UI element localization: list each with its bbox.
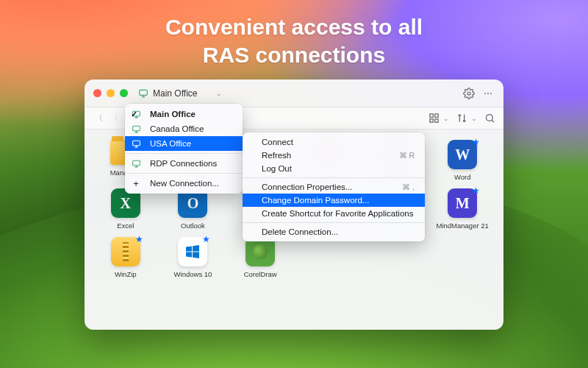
- connection-menu-item[interactable]: ✓Main Office: [125, 107, 243, 121]
- svg-rect-5: [435, 118, 438, 121]
- context-menu-item[interactable]: Connection Properties...⌘ ,: [243, 180, 425, 194]
- app-item[interactable]: M★MindManager 21: [430, 188, 495, 230]
- context-menu-item[interactable]: Delete Connection...: [243, 225, 425, 238]
- svg-rect-4: [430, 118, 433, 121]
- favorite-star-icon: ★: [472, 185, 480, 196]
- context-menu-item[interactable]: Refresh⌘ R: [243, 149, 425, 162]
- more-button[interactable]: ⋯: [481, 87, 495, 100]
- svg-rect-10: [132, 160, 140, 166]
- app-icon: M★: [448, 188, 477, 218]
- settings-button[interactable]: [462, 87, 476, 100]
- svg-rect-2: [430, 113, 433, 116]
- svg-point-1: [467, 92, 470, 95]
- favorite-star-icon: ★: [202, 234, 210, 244]
- svg-rect-8: [132, 126, 140, 131]
- app-item[interactable]: O★Outlook: [161, 188, 226, 230]
- svg-point-6: [487, 114, 493, 121]
- context-menu-item[interactable]: Change Domain Password...: [243, 194, 425, 207]
- app-icon: ★: [178, 237, 207, 266]
- app-item[interactable]: ★Windows 10: [161, 237, 226, 278]
- monitor-icon: [131, 124, 141, 134]
- shortcut-label: ⌘ ,: [387, 183, 415, 191]
- shortcut-label: ⌘ R: [384, 151, 415, 160]
- app-window: Main Office ⌄ ⋯ 〈 〉 Favorit 〉 All ⌄ ⌄ Ma…: [85, 79, 503, 330]
- app-item[interactable]: W★Word: [430, 140, 495, 181]
- app-item[interactable]: X★Excel: [93, 188, 158, 230]
- sort-button[interactable]: [456, 113, 468, 124]
- forward-button[interactable]: 〉: [111, 112, 124, 125]
- svg-rect-9: [132, 141, 140, 146]
- window-title: Main Office: [153, 88, 197, 99]
- search-button[interactable]: [484, 113, 496, 124]
- zoom-button[interactable]: [120, 89, 128, 97]
- connection-menu-item[interactable]: +New Connection...: [125, 176, 243, 191]
- app-label: WinZip: [115, 270, 137, 278]
- plus-icon: +: [131, 178, 141, 188]
- app-item[interactable]: ★WinZip: [93, 237, 158, 278]
- checkmark-icon: ✓: [131, 110, 137, 119]
- minimize-button[interactable]: [107, 89, 115, 97]
- context-menu-item[interactable]: Connect: [243, 135, 425, 149]
- app-item[interactable]: ★CorelDraw: [228, 237, 293, 278]
- marketing-headline: Convenient access to all RAS connections: [0, 13, 588, 68]
- monitor-icon: [131, 158, 141, 169]
- connection-menu-item[interactable]: Canada Office: [125, 121, 243, 136]
- app-label: Excel: [117, 222, 134, 230]
- app-label: Windows 10: [174, 270, 212, 278]
- app-label: Outlook: [181, 222, 205, 230]
- app-label: MindManager 21: [437, 222, 489, 230]
- context-menu: ConnectRefresh⌘ RLog OutConnection Prope…: [243, 132, 425, 241]
- chevron-down-icon: ⌄: [216, 90, 222, 97]
- favorite-star-icon: ★: [135, 234, 143, 244]
- monitor-icon: [138, 88, 148, 99]
- favorite-star-icon: ★: [472, 137, 480, 147]
- grid-view-button[interactable]: [429, 113, 440, 124]
- connection-menu-item[interactable]: RDP Connections: [125, 156, 243, 171]
- connection-menu-item[interactable]: USA Office: [125, 136, 243, 151]
- app-icon: ★: [245, 237, 275, 266]
- app-icon: W★: [448, 140, 477, 169]
- svg-rect-3: [435, 113, 438, 116]
- app-label: CorelDraw: [244, 270, 277, 278]
- svg-rect-0: [140, 90, 148, 95]
- monitor-icon: [131, 138, 141, 149]
- connection-menu: ✓Main OfficeCanada OfficeUSA OfficeRDP C…: [125, 104, 243, 194]
- close-button[interactable]: [93, 89, 101, 97]
- context-menu-item[interactable]: Create Shortcut for Favorite Application…: [243, 207, 425, 220]
- app-label: Word: [454, 173, 471, 181]
- back-button[interactable]: 〈: [92, 112, 105, 125]
- context-menu-item[interactable]: Log Out: [243, 162, 425, 175]
- app-icon: ★: [111, 237, 140, 266]
- window-controls: [93, 89, 128, 97]
- connection-selector[interactable]: Main Office ⌄: [138, 88, 222, 99]
